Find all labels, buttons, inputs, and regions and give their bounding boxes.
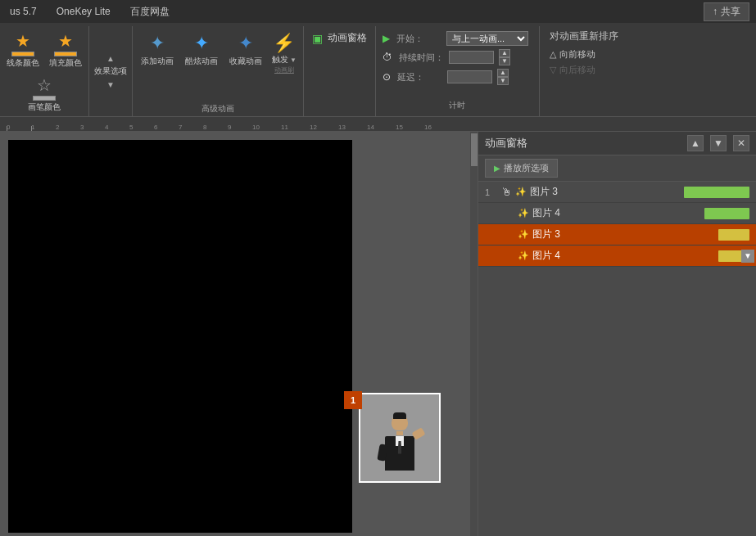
scrollbar-thumb[interactable] — [471, 133, 478, 166]
ruler-mark-4: 4 — [105, 124, 129, 131]
item-2-name: 图片 3 — [532, 227, 715, 241]
line-color-swatch — [11, 52, 34, 56]
collect-anim-icon: ✦ — [238, 33, 253, 54]
play-all-row: ▶ 播放所选项 — [478, 155, 756, 182]
body — [385, 436, 414, 471]
person-image[interactable] — [359, 393, 441, 483]
duration-down-btn[interactable]: ▼ — [499, 57, 510, 65]
menu-app-name[interactable]: us 5.7 — [7, 4, 40, 19]
add-anim-icon: ✦ — [150, 33, 165, 54]
item-0-name: 图片 3 — [530, 185, 681, 199]
timing-section-label: 计时 — [383, 98, 532, 113]
cool-anim-icon: ✦ — [194, 33, 209, 54]
canvas-area: 1 — [0, 132, 478, 536]
fill-color-tool[interactable]: ★ 填充颜色 — [46, 29, 85, 70]
ruler-mark-7: 7 — [179, 124, 203, 131]
line-color-tool[interactable]: ★ 线条颜色 — [3, 29, 43, 70]
ruler-mark-2: 2 — [56, 124, 80, 131]
share-button[interactable]: ↑ 共享 — [704, 2, 749, 21]
trigger-label: 触发 — [272, 54, 288, 65]
start-select[interactable]: 与上一动画... — [446, 31, 528, 46]
reorder-title: 对动画重新排序 — [550, 29, 618, 47]
start-label: 开始： — [396, 33, 441, 45]
menu-onekey[interactable]: OneKey Lite — [53, 4, 114, 19]
person-figure — [385, 406, 414, 471]
slide-badge: 1 — [344, 391, 362, 409]
share-icon: ↑ — [713, 6, 718, 17]
delay-row: ⊙ 延迟： 00.00 ▲ ▼ — [383, 67, 532, 87]
item-0-bar — [684, 187, 749, 198]
ruler-mark-11: 11 — [281, 124, 310, 131]
item-0-num: 1 — [485, 187, 498, 197]
effects-option-label[interactable]: 效果选项 — [91, 64, 130, 79]
add-animation-tool[interactable]: ✦ 添加动画 — [136, 29, 179, 70]
effects-scroll-section: ▲ 效果选项 ▼ — [89, 26, 133, 116]
duration-up-btn[interactable]: ▲ — [499, 49, 510, 57]
play-all-icon: ▶ — [494, 164, 500, 173]
delay-input[interactable]: 00.00 — [447, 70, 492, 83]
item-3-dropdown-icon[interactable]: ▼ — [741, 250, 754, 263]
trigger-dropdown-icon: ▼ — [290, 56, 297, 64]
delay-down-btn[interactable]: ▼ — [497, 77, 509, 85]
pane-up-btn[interactable]: ▲ — [687, 135, 704, 151]
anim-pane-label[interactable]: 动画窗格 — [328, 31, 367, 45]
timing-section: ▶ 开始： 与上一动画... ⏱ 持续时间： 02.00 ▲ ▼ ⊙ 延迟： 0… — [376, 26, 540, 116]
vertical-scrollbar[interactable] — [469, 132, 478, 536]
fill-color-swatch — [54, 52, 77, 56]
advanced-animation-label: 高级动画 — [136, 101, 300, 116]
trigger-icon: ⚡ — [273, 33, 295, 54]
anim-item-1[interactable]: ✨ 图片 4 — [478, 203, 756, 224]
anim-item-3[interactable]: ✨ 图片 4 ▼ — [478, 245, 756, 267]
play-all-button[interactable]: ▶ 播放所选项 — [485, 159, 558, 178]
color-tools-section: ★ 线条颜色 ★ 填充颜色 ☆ 画笔颜色 — [0, 26, 89, 116]
delay-up-btn[interactable]: ▲ — [497, 69, 509, 77]
anim-pane-row: ▣ 动画窗格 — [312, 31, 367, 45]
animation-pane: 动画窗格 ▲ ▼ ✕ ▶ 播放所选项 1 🖱 ✨ 图片 3 — [478, 132, 756, 536]
arm-right — [411, 427, 425, 440]
scroll-up-arrow[interactable]: ▲ — [105, 52, 116, 64]
star-icon-line: ★ — [16, 31, 30, 51]
brush-tool-row: ☆ 画笔颜色 — [25, 74, 64, 115]
trigger-label-row: 触发 ▼ — [272, 54, 297, 65]
reorder-forward-btn[interactable]: △ 向前移动 — [550, 47, 618, 62]
menu-baidu[interactable]: 百度网盘 — [127, 3, 173, 20]
line-color-label: 线条颜色 — [7, 57, 39, 69]
ribbon: ★ 线条颜色 ★ 填充颜色 ☆ 画笔颜色 ▲ 效果选项 ▼ ✦ — [0, 23, 756, 117]
pane-title: 动画窗格 — [485, 136, 681, 151]
reorder-backward-icon: ▽ — [550, 65, 556, 75]
anim-pane-section: ▣ 动画窗格 — [304, 26, 376, 116]
clock-icon: ⏱ — [383, 52, 392, 63]
item-3-name: 图片 4 — [532, 249, 715, 263]
menu-bar: us 5.7 OneKey Lite 百度网盘 ↑ 共享 — [0, 0, 756, 23]
item-3-star-icon: ✨ — [518, 250, 529, 261]
pane-checkbox-icon: ▣ — [312, 32, 323, 45]
color-tools-row: ★ 线条颜色 ★ 填充颜色 — [3, 29, 85, 70]
pane-header: 动画窗格 ▲ ▼ ✕ — [478, 132, 756, 155]
ruler-mark-6: 6 — [154, 124, 179, 131]
duration-input[interactable]: 02.00 — [449, 51, 494, 64]
item-1-name: 图片 4 — [532, 206, 701, 220]
slide-canvas[interactable] — [8, 140, 352, 533]
animation-sub-label: 动画刷 — [274, 65, 294, 74]
item-2-bars — [718, 229, 749, 241]
pane-down-btn[interactable]: ▼ — [710, 135, 727, 151]
ruler-inner: 0 1 2 3 4 5 6 7 8 9 10 11 12 13 14 15 16 — [0, 117, 453, 131]
brush-color-tool[interactable]: ☆ 画笔颜色 — [25, 74, 64, 115]
trigger-tool[interactable]: ⚡ 触发 ▼ 动画刷 — [269, 29, 300, 78]
brush-color-label: 画笔颜色 — [28, 101, 61, 113]
collect-animation-tool[interactable]: ✦ 收藏动画 — [224, 29, 267, 70]
neck — [396, 431, 403, 435]
item-0-star-icon: ✨ — [515, 187, 527, 197]
ruler-mark-16: 16 — [424, 124, 453, 131]
timeline-area: 1 🖱 ✨ 图片 3 ✨ 图片 4 — [478, 182, 756, 536]
reorder-backward-btn[interactable]: ▽ 向后移动 — [550, 62, 618, 78]
anim-item-0[interactable]: 1 🖱 ✨ 图片 3 — [478, 182, 756, 203]
pane-close-btn[interactable]: ✕ — [733, 135, 749, 151]
ruler-mark-10: 10 — [252, 124, 281, 131]
cool-animation-tool[interactable]: ✦ 酷炫动画 — [180, 29, 223, 70]
anim-item-2[interactable]: ✨ 图片 3 — [478, 224, 756, 245]
ruler-mark-15: 15 — [396, 124, 424, 131]
scroll-down-arrow[interactable]: ▼ — [105, 79, 116, 90]
duration-label: 持续时间： — [399, 52, 444, 64]
start-row: ▶ 开始： 与上一动画... — [383, 29, 532, 47]
